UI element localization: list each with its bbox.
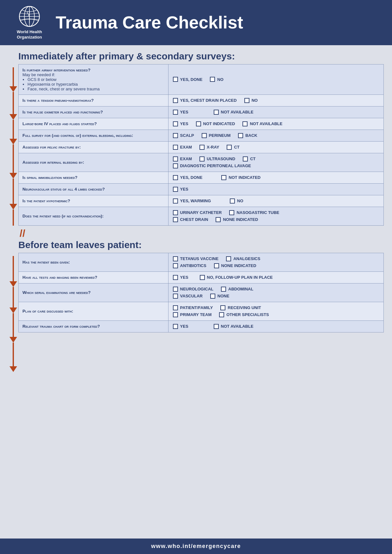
opt-neurological[interactable]: NEUROLOGICAL xyxy=(173,287,213,292)
cb[interactable] xyxy=(214,110,219,115)
opt-no[interactable]: NO xyxy=(210,77,224,82)
cb[interactable] xyxy=(173,324,178,329)
opt-none[interactable]: NONE xyxy=(210,294,230,299)
cb[interactable] xyxy=(173,110,178,115)
opt-no-followup[interactable]: NO, FOLLOW-UP PLAN IN PLACE xyxy=(200,275,273,280)
cb[interactable] xyxy=(173,121,178,126)
cb[interactable] xyxy=(173,312,178,317)
opt-not-indicated[interactable]: NOT INDICATED xyxy=(221,175,260,180)
opt-urinary-catheter[interactable]: URINARY CATHETER xyxy=(173,210,222,215)
opt-yes-done[interactable]: YES, DONE xyxy=(173,77,203,82)
opt-ultrasound[interactable]: ULTRASOUND xyxy=(199,156,235,161)
cb[interactable] xyxy=(173,275,178,280)
org-name-label: World HealthOrganization xyxy=(17,29,42,40)
opt-yes[interactable]: YES xyxy=(173,121,188,126)
opt-scalp[interactable]: SCALP xyxy=(173,133,194,138)
cb[interactable] xyxy=(199,156,205,161)
cb[interactable] xyxy=(173,294,178,299)
opt-yes-warming[interactable]: YES, WARMING xyxy=(173,198,211,204)
opt-none-indicated[interactable]: NONE INDICATED xyxy=(214,263,256,268)
cb[interactable] xyxy=(221,175,226,180)
opt-not-available[interactable]: NOT AVAILABLE xyxy=(214,110,254,115)
opt-exam[interactable]: EXAM xyxy=(173,156,192,161)
cb[interactable] xyxy=(244,98,249,103)
cb[interactable] xyxy=(196,121,201,126)
cb[interactable] xyxy=(173,98,178,103)
cb[interactable] xyxy=(173,163,178,168)
a-iv: YES NOT INDICATED NOT AVAILABLE xyxy=(168,118,383,130)
opt-not-available[interactable]: NOT AVAILABLE xyxy=(242,121,282,126)
cb[interactable] xyxy=(219,312,224,317)
cb[interactable] xyxy=(229,210,234,215)
cb[interactable] xyxy=(173,77,178,82)
cb[interactable] xyxy=(220,305,225,310)
opt-none-indicated[interactable]: NONE INDICATED xyxy=(216,217,258,222)
cb[interactable] xyxy=(210,294,215,299)
opt-chest-drain[interactable]: YES, CHEST DRAIN PLACED xyxy=(173,98,237,103)
a-oximeter: YES NOT AVAILABLE xyxy=(168,106,383,118)
cb[interactable] xyxy=(173,263,178,268)
opt-not-indicated[interactable]: NOT INDICATED xyxy=(196,121,235,126)
opt-yes[interactable]: YES xyxy=(173,275,188,280)
arrow-line xyxy=(13,92,14,114)
arrow-head xyxy=(9,114,17,120)
cb[interactable] xyxy=(202,133,207,138)
cb[interactable] xyxy=(173,187,178,192)
opt-vascular[interactable]: VASCULAR xyxy=(173,294,203,299)
cb[interactable] xyxy=(173,175,178,180)
cb[interactable] xyxy=(199,145,205,150)
opt-primary-team[interactable]: PRIMARY TEAM xyxy=(173,312,212,317)
cb[interactable] xyxy=(173,133,178,138)
cb[interactable] xyxy=(226,256,231,261)
cb[interactable] xyxy=(221,287,226,292)
cb[interactable] xyxy=(173,256,178,261)
opt-back[interactable]: BACK xyxy=(238,133,257,138)
cb[interactable] xyxy=(173,287,178,292)
slash-1: / xyxy=(20,228,22,238)
a-neuro: YES xyxy=(168,183,383,195)
opt-perineum[interactable]: PERINEUM xyxy=(202,133,231,138)
cb[interactable] xyxy=(210,77,215,82)
cb[interactable] xyxy=(227,145,232,150)
cb[interactable] xyxy=(173,156,178,161)
cb[interactable] xyxy=(200,275,205,280)
opt-ct[interactable]: CT xyxy=(243,156,255,161)
cb[interactable] xyxy=(243,156,248,161)
cb[interactable] xyxy=(173,305,178,310)
a-internal-bleed: EXAM ULTRASOUND CT xyxy=(168,153,383,172)
opt-exam[interactable]: EXAM xyxy=(173,145,192,150)
opt-patient-family[interactable]: PATIENT/FAMILY xyxy=(173,305,213,310)
cb[interactable] xyxy=(173,217,178,222)
section2-checklist: Has the patient been given: TETANUS VACC… xyxy=(18,253,384,332)
opt-not-available[interactable]: NOT AVAILABLE xyxy=(214,324,254,329)
cb[interactable] xyxy=(173,145,178,150)
opt-no[interactable]: NO xyxy=(230,198,243,204)
opt-xray[interactable]: X-RAY xyxy=(199,145,219,150)
a-external-bleed: SCALP PERINEUM BACK xyxy=(168,130,383,141)
opt-dpl[interactable]: DIAGNOSTIC PERITONEAL LAVAGE xyxy=(173,163,251,168)
opt-receiving-unit[interactable]: RECEIVING UNIT xyxy=(220,305,261,310)
opt-nasogastric[interactable]: NASOGASTRIC TUBE xyxy=(229,210,279,215)
opt-ct[interactable]: CT xyxy=(227,145,239,150)
opt-no[interactable]: NO xyxy=(244,98,258,103)
opt-yes[interactable]: YES xyxy=(173,324,188,329)
cb[interactable] xyxy=(242,121,248,126)
cb[interactable] xyxy=(214,263,219,268)
q-given: Has the patient been given: xyxy=(19,253,168,271)
opt-chest-drain[interactable]: CHEST DRAIN xyxy=(173,217,208,222)
opt-abdominal[interactable]: ABDOMINAL xyxy=(221,287,253,292)
opt-yes[interactable]: YES xyxy=(173,110,188,115)
cb[interactable] xyxy=(173,198,178,204)
opt-analgesics[interactable]: ANALGESICS xyxy=(226,256,260,261)
cb[interactable] xyxy=(214,324,219,329)
q-hypothermic: Is the patient hypothermic? xyxy=(19,195,168,207)
cb[interactable] xyxy=(216,217,221,222)
opt-yes[interactable]: YES xyxy=(173,187,188,192)
cb[interactable] xyxy=(230,198,235,204)
cb[interactable] xyxy=(173,210,178,215)
cb[interactable] xyxy=(238,133,243,138)
opt-yes-done[interactable]: YES, DONE xyxy=(173,175,203,180)
opt-tetanus[interactable]: TETANUS VACCINE xyxy=(173,256,219,261)
opt-antibiotics[interactable]: ANTIBIOTICS xyxy=(173,263,206,268)
opt-other-specialists[interactable]: OTHER SPECIALISTS xyxy=(219,312,269,317)
